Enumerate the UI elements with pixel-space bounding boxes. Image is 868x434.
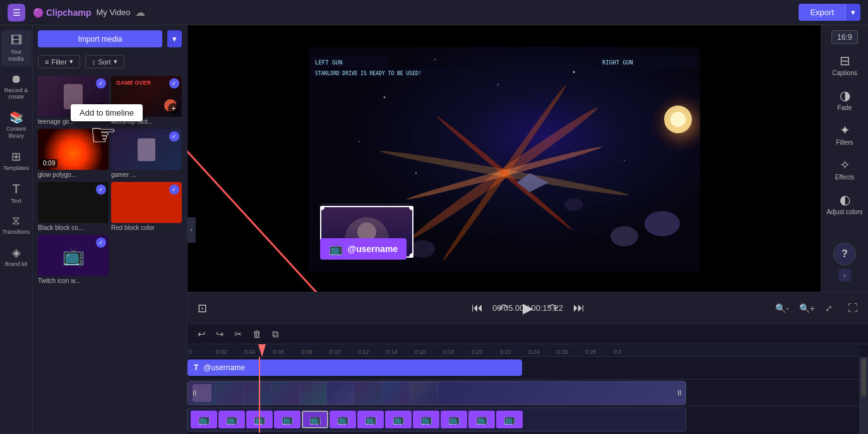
timeline-scrollbar[interactable] (859, 357, 868, 434)
text-track-icon: T (194, 363, 198, 372)
record-icon: ⏺ (11, 73, 22, 86)
subtitle-toggle-button[interactable]: ⊡ (195, 299, 210, 318)
media-icon: 🎞 (11, 34, 22, 47)
cloud-icon: ☁ (135, 6, 145, 18)
preview-row: LEFT GUN RIGHT GUN STARLORD DRIVE IS REA… (187, 25, 868, 292)
app-logo: 🟣 Clipchamp (33, 8, 91, 18)
media-check-icon-6: ✓ (169, 184, 179, 195)
media-label-glow: glow polygo... (38, 170, 109, 179)
timeline-toolbar: ↩ ↪ ✂ 🗑 ⧉ (187, 324, 868, 344)
topbar: ☰ 🟣 Clipchamp My Video ☁ Export ▾ (0, 0, 868, 25)
twitch-icon-9: 📺 (413, 411, 439, 428)
media-label-twitch: Twitch icon w... (38, 276, 109, 286)
library-icon: 📚 (9, 111, 23, 124)
sidebar-item-content-library[interactable]: 📚 Content library (1, 107, 32, 143)
help-button[interactable]: ? (833, 243, 856, 265)
sidebar-item-fade[interactable]: ◑ Fade (823, 83, 867, 116)
sort-button[interactable]: ↕ Sort ▾ (85, 55, 124, 68)
sidebar-item-adjust-colors[interactable]: ◐ Adjust colors (823, 187, 867, 220)
undo-button[interactable]: ↩ (195, 327, 208, 341)
resize-handle-br[interactable] (409, 253, 413, 258)
media-check-icon-7: ✓ (96, 238, 106, 248)
svg-point-22 (564, 198, 583, 211)
collapse-panel-button[interactable]: ‹ (187, 217, 196, 243)
video-frame-6 (327, 382, 355, 404)
video-title: My Video (96, 8, 130, 17)
twitch-icon-6: 📺 (330, 411, 356, 428)
timeline-scrollbar-thumb[interactable] (861, 358, 866, 396)
video-track-clip[interactable]: ⏸ ⏸ (187, 381, 686, 405)
media-item-black[interactable]: ✓ Black block co... (38, 182, 109, 232)
video-frame-9 (410, 382, 438, 404)
media-item-gamer[interactable]: ✓ gamer ... (111, 129, 182, 179)
sidebar-item-record[interactable]: ⏺ Record & create (1, 69, 32, 105)
adjust-colors-label: Adjust colors (826, 208, 862, 215)
zoom-controls: 🔍- 🔍+ ⤢ (771, 302, 836, 315)
fade-label: Fade (838, 104, 852, 111)
video-preview-container: LEFT GUN RIGHT GUN STARLORD DRIVE IS REA… (187, 25, 821, 292)
cut-button[interactable]: ✂ (232, 327, 245, 341)
media-item-red[interactable]: ✓ Red block color (111, 182, 182, 232)
sidebar-item-templates[interactable]: ⊞ Templates (1, 146, 32, 176)
sidebar-item-transitions[interactable]: ⧖ Transitions (1, 210, 32, 239)
sidebar-item-filters[interactable]: ✦ Filters (823, 118, 867, 151)
media-item-twitch[interactable]: 📺 ✓ Twitch icon w... (38, 235, 109, 286)
zoom-in-button[interactable]: 🔍+ (795, 302, 819, 315)
sidebar-item-captions[interactable]: ⊟ Captions (823, 48, 867, 81)
media-add-button-2[interactable]: + (168, 103, 179, 114)
duplicate-button[interactable]: ⧉ (270, 327, 282, 341)
skip-forward-button[interactable]: ⏭ (571, 299, 587, 317)
twitch-icon-12: 📺 (496, 411, 523, 428)
sidebar-label-content-library: Content library (4, 126, 29, 140)
export-dropdown-button[interactable]: ▾ (845, 4, 860, 21)
sort-chevron-icon: ▾ (114, 57, 117, 66)
media-panel-header: Import media ▾ (33, 25, 187, 52)
media-check-icon: ✓ (96, 78, 106, 88)
transitions-icon: ⧖ (12, 214, 20, 227)
collapse-right-button[interactable]: › (838, 269, 851, 282)
cursor-hand-icon: ☞ (90, 117, 117, 152)
preview-right-area: LEFT GUN RIGHT GUN STARLORD DRIVE IS REA… (187, 25, 868, 434)
twitch-username-overlay[interactable]: 📺 @username (320, 238, 407, 260)
delete-button[interactable]: 🗑 (250, 327, 265, 341)
svg-text:STARLORD DRIVE IS READY TO BE : STARLORD DRIVE IS READY TO BE USED! (315, 71, 422, 76)
sidebar-item-text[interactable]: T Text (1, 178, 32, 208)
video-frame-3 (244, 382, 271, 404)
tooltip-add-to-timeline: Add to timeline ☞ (71, 104, 143, 121)
export-area: Export ▾ (799, 4, 860, 21)
resize-handle-tl[interactable] (320, 206, 324, 210)
media-check-icon-2: ✓ (169, 78, 179, 88)
svg-point-21 (610, 226, 638, 246)
twitch-username-text: @username (348, 244, 398, 254)
import-dropdown-button[interactable]: ▾ (167, 30, 182, 47)
twitch-icon-4: 📺 (274, 411, 300, 428)
topbar-left: ☰ 🟣 Clipchamp My Video ☁ (8, 4, 145, 21)
sidebar-item-effects[interactable]: ✧ Effects (823, 152, 867, 186)
filter-button[interactable]: ≡ Filter ▾ (38, 55, 80, 68)
text-track-clip[interactable]: T @username (187, 359, 522, 376)
zoom-out-button[interactable]: 🔍- (771, 302, 793, 315)
svg-point-20 (410, 240, 435, 258)
media-panel: Import media ▾ ≡ Filter ▾ ↕ Sort ▾ (33, 25, 187, 434)
ruler-mark-15: 0:3 (614, 349, 622, 355)
sidebar-item-your-media[interactable]: 🎞 Your media (1, 30, 32, 66)
hamburger-icon[interactable]: ☰ (8, 4, 25, 21)
twitch-track-clip[interactable]: 📺 📺 📺 📺 📺 📺 📺 📺 📺 📺 📺 📺 (187, 407, 686, 431)
fullscreen-button[interactable]: ⛶ (845, 300, 860, 316)
redo-button[interactable]: ↪ (213, 327, 227, 341)
import-media-button[interactable]: Import media (38, 30, 162, 47)
twitch-icon-11: 📺 (468, 411, 495, 428)
skip-back-button[interactable]: ⏮ (469, 299, 485, 317)
aspect-ratio-badge[interactable]: 16:9 (831, 30, 857, 44)
export-button[interactable]: Export (799, 4, 845, 21)
fade-icon: ◑ (840, 88, 850, 103)
video-frame-rest (438, 382, 686, 404)
effects-label: Effects (835, 174, 854, 181)
left-sidebar: 🎞 Your media ⏺ Record & create 📚 Content… (0, 25, 33, 434)
resize-handle-tr[interactable] (409, 206, 413, 210)
text-icon: T (12, 182, 20, 196)
sidebar-item-brand-kit[interactable]: ◈ Brand kit (1, 242, 32, 272)
sidebar-label-text: Text (11, 198, 21, 205)
fit-button[interactable]: ⤢ (821, 302, 836, 315)
player-controls: ⊡ ⏮ ↶ ▶ ↷ ⏭ 00:05.00 / 00:15.22 🔍- 🔍+ ⤢ … (187, 292, 868, 323)
